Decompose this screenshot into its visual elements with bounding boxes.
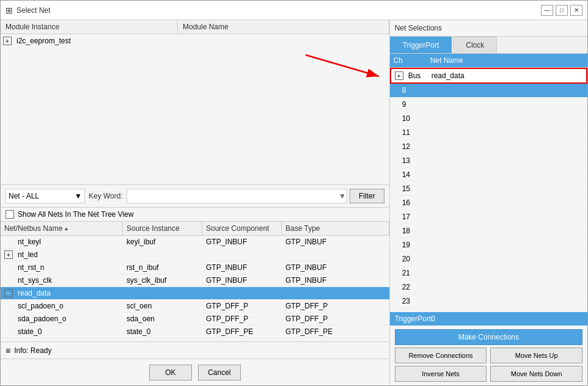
net-dropdown-arrow: ▼ <box>75 192 82 200</box>
tab-triggerport[interactable]: TriggerPort <box>390 37 452 53</box>
filter-button[interactable]: Filter <box>350 189 384 203</box>
ns-row[interactable]: 13 <box>390 154 587 168</box>
net-cell-name: state_0 <box>1 326 123 337</box>
net-row[interactable]: nt_sys_clksys_clk_ibufGTP_INBUFGTP_INBUF <box>1 274 389 287</box>
ns-cell-name <box>427 244 587 246</box>
maximize-button[interactable]: □ <box>556 5 568 16</box>
net-cell-source-inst: keyl_ibuf <box>123 236 202 247</box>
net-cell-name: +nt_led <box>1 249 123 260</box>
ns-cell-ch: 11 <box>390 127 427 138</box>
ns-row[interactable]: 11 <box>390 126 587 140</box>
net-cell-source-inst: sda_oen <box>123 313 202 324</box>
net-cell-name: nt_keyl <box>1 236 123 247</box>
action-row-2: Inverse Nets Move Nets Down <box>395 366 582 382</box>
ns-row[interactable]: 21 <box>390 266 587 280</box>
net-sel-header: Ch Net Name <box>390 54 587 68</box>
net-cell-base-type: GTP_INBUF <box>282 236 389 247</box>
net-sel-body: +Busread_data891011121314151617181920212… <box>390 68 587 312</box>
status-icon: ≡ <box>6 346 10 355</box>
move-nets-up-button[interactable]: Move Nets Up <box>490 348 582 363</box>
ns-row[interactable]: 22 <box>390 280 587 294</box>
ns-row[interactable]: +Busread_data <box>390 68 587 84</box>
show-all-nets: Show All Nets In The Net Tree View <box>1 208 389 222</box>
trigger-port-label: TriggerPort0 <box>390 312 587 326</box>
main-content: Module Instance Module Name + i2c_eeprom… <box>1 20 587 385</box>
tab-clock[interactable]: Clock <box>453 37 497 53</box>
ns-cell-ch: 19 <box>390 239 427 250</box>
net-cell-name: nt_sys_clk <box>1 275 123 286</box>
ns-row[interactable]: 18 <box>390 224 587 238</box>
net-cell-source-inst <box>123 253 202 256</box>
ns-cell-name <box>427 286 587 288</box>
ns-cell-ch: 16 <box>390 197 427 208</box>
module-instance-cell: i2c_eeprom_test <box>14 35 73 46</box>
module-table-row[interactable]: + i2c_eeprom_test <box>1 34 389 48</box>
ns-row[interactable]: 16 <box>390 196 587 210</box>
action-buttons: Make Connections Remove Connections Move… <box>390 326 587 385</box>
net-cell-source-inst: sys_clk_ibuf <box>123 275 202 286</box>
move-nets-down-button[interactable]: Move Nets Down <box>490 366 582 382</box>
col-header-net-name[interactable]: Net/Netbus Name <box>1 222 123 235</box>
net-cell-base-type: GTP_DFF_PE <box>282 326 389 337</box>
ns-cell-ch: 21 <box>390 268 427 279</box>
ns-row[interactable]: 17 <box>390 210 587 224</box>
expand-icon[interactable]: + <box>4 250 13 259</box>
action-row-1: Remove Connections Move Nets Up <box>395 348 582 363</box>
net-cell-base-type: GTP_INBUF <box>282 262 389 273</box>
expand-icon[interactable]: + <box>395 71 403 80</box>
left-panel: Module Instance Module Name + i2c_eeprom… <box>1 20 390 385</box>
ns-cell-name <box>427 89 587 92</box>
net-cell-source-inst: state_0 <box>123 326 202 337</box>
expand-icon[interactable]: + <box>3 37 12 45</box>
net-cell-base-type <box>282 253 389 256</box>
ns-row[interactable]: 15 <box>390 182 587 196</box>
ns-row[interactable]: 14 <box>390 168 587 182</box>
col-net-name: Net Name <box>427 54 587 67</box>
ok-button[interactable]: OK <box>149 365 192 381</box>
inverse-nets-button[interactable]: Inverse Nets <box>395 366 487 382</box>
ns-cell-name <box>427 103 587 106</box>
net-row[interactable]: −read_data <box>1 287 389 300</box>
ns-cell-ch: +Bus <box>391 70 428 81</box>
net-cell-source-comp: GTP_DFF_P <box>202 313 282 324</box>
ns-row[interactable]: 12 <box>390 140 587 154</box>
ns-row[interactable]: 9 <box>390 98 587 112</box>
col-header-base-type[interactable]: Base Type <box>282 222 389 235</box>
col-header-source-comp[interactable]: Source Component <box>202 222 282 235</box>
ns-cell-name <box>427 230 587 232</box>
col-ch: Ch <box>390 54 427 67</box>
show-all-checkbox[interactable] <box>6 210 14 219</box>
net-cell-source-comp: GTP_INBUF <box>202 262 282 273</box>
net-cell-source-comp: GTP_DFF_P <box>202 300 282 311</box>
ns-row[interactable]: 20 <box>390 252 587 266</box>
ns-row[interactable]: 23 <box>390 294 587 308</box>
net-selections-label: Net Selections <box>390 20 587 37</box>
remove-connections-button[interactable]: Remove Connections <box>395 348 487 363</box>
col-header-source-inst[interactable]: Source Instance <box>123 222 202 235</box>
ns-cell-name: read_data <box>428 70 586 81</box>
net-row[interactable]: state_0state_0GTP_DFF_PEGTP_DFF_PE <box>1 326 389 338</box>
net-row[interactable]: scl_padoen_oscl_oenGTP_DFF_PGTP_DFF_P <box>1 300 389 313</box>
net-cell-base-type: GTP_DFF_P <box>282 300 389 311</box>
expand-icon[interactable]: − <box>4 289 13 297</box>
net-cell-source-comp: GTP_INBUF <box>202 275 282 286</box>
net-row[interactable]: nt_keylkeyl_ibufGTP_INBUFGTP_INBUF <box>1 236 389 249</box>
net-cell-source-comp <box>202 253 282 256</box>
net-cell-base-type: GTP_INBUF <box>282 275 389 286</box>
make-connections-button[interactable]: Make Connections <box>395 329 582 345</box>
cancel-button[interactable]: Cancel <box>198 365 241 381</box>
keyword-input[interactable] <box>127 189 347 203</box>
minimize-button[interactable]: — <box>541 5 553 16</box>
net-row[interactable]: +nt_led <box>1 249 389 261</box>
close-button[interactable]: ✕ <box>570 5 582 16</box>
net-row[interactable]: nt_rst_nrst_n_ibufGTP_INBUFGTP_INBUF <box>1 261 389 274</box>
module-table: Module Instance Module Name + i2c_eeprom… <box>1 20 389 185</box>
ns-cell-ch: 18 <box>390 225 427 236</box>
ns-row[interactable]: 10 <box>390 112 587 126</box>
net-dropdown[interactable]: Net - ALL ▼ <box>6 189 85 203</box>
ns-row[interactable]: 8 <box>390 84 587 98</box>
net-cell-source-comp: GTP_INBUF <box>202 236 282 247</box>
window-title: Select Net <box>17 6 50 15</box>
net-row[interactable]: sda_padoen_osda_oenGTP_DFF_PGTP_DFF_P <box>1 313 389 326</box>
ns-row[interactable]: 19 <box>390 238 587 252</box>
